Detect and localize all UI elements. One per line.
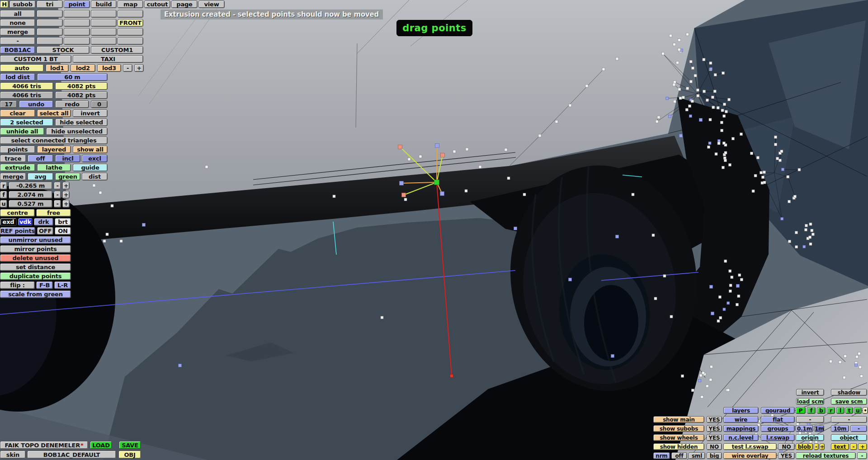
- undo-button[interactable]: undo: [19, 100, 53, 108]
- show-subobs[interactable]: show subobs: [653, 425, 704, 432]
- axis-r-plus[interactable]: +: [62, 182, 70, 190]
- layers-button[interactable]: layers: [723, 407, 759, 414]
- flip-label[interactable]: flip :: [0, 281, 35, 289]
- hide-unselected[interactable]: hide unselected: [46, 128, 108, 135]
- lod-plus[interactable]: +: [134, 64, 144, 72]
- lathe-button[interactable]: lathe: [37, 164, 71, 171]
- grid-0-1m[interactable]: 0.1m: [796, 425, 813, 432]
- delete-unused[interactable]: delete unused: [0, 254, 71, 262]
- shadow-toggle[interactable]: shadow: [831, 389, 867, 396]
- clear-button[interactable]: clear: [0, 109, 35, 117]
- axis-r-label[interactable]: r: [0, 182, 7, 190]
- lod-auto[interactable]: auto: [0, 64, 44, 72]
- nc-level[interactable]: n.c.level: [723, 434, 759, 441]
- axis-f-value[interactable]: 2.074 m: [9, 191, 52, 199]
- blob-button[interactable]: blob: [796, 443, 813, 450]
- axis-f-label[interactable]: f: [0, 191, 7, 199]
- dash-2[interactable]: -: [831, 416, 867, 423]
- unmirror-unused[interactable]: unmirror unused: [0, 236, 71, 244]
- select-all-row[interactable]: all: [0, 10, 35, 18]
- axis-u-plus[interactable]: +: [62, 200, 70, 208]
- axis-r-value[interactable]: -0.265 m: [9, 182, 52, 190]
- view-t[interactable]: t: [845, 407, 853, 414]
- tris-count-2[interactable]: 4066 tris: [0, 91, 53, 99]
- show-hidden-no[interactable]: NO: [707, 443, 722, 450]
- ref-off[interactable]: OFF: [37, 227, 53, 235]
- select-none-row[interactable]: none: [0, 19, 35, 27]
- model-custom1[interactable]: CUSTOM1: [91, 46, 143, 54]
- menu-tri[interactable]: tri: [37, 0, 63, 8]
- scale-from-green[interactable]: scale from green: [0, 290, 71, 298]
- lod1[interactable]: lod1: [46, 64, 69, 72]
- axis-u-value[interactable]: 0.527 m: [9, 200, 52, 208]
- lod-minus[interactable]: -: [123, 64, 132, 72]
- redo-count[interactable]: 0: [91, 100, 108, 108]
- show-wheels-yes[interactable]: YES: [707, 434, 722, 441]
- text-button[interactable]: text: [831, 443, 849, 450]
- extrude-button[interactable]: extrude: [0, 164, 35, 171]
- merge-dist[interactable]: dist: [82, 173, 108, 180]
- select-connected[interactable]: select connected triangles: [0, 137, 108, 144]
- view-u[interactable]: u: [854, 407, 862, 414]
- view-r[interactable]: r: [827, 407, 835, 414]
- hide-selected[interactable]: hide selected: [55, 119, 108, 126]
- points-mode[interactable]: points: [0, 146, 35, 153]
- view-f[interactable]: f: [807, 407, 816, 414]
- show-hidden[interactable]: show hidden: [653, 443, 704, 450]
- flat-button[interactable]: flat: [761, 416, 795, 423]
- trace-excl[interactable]: excl: [82, 155, 108, 162]
- merge-points[interactable]: merge: [0, 173, 26, 180]
- model-bob1ac[interactable]: BOB1AC: [0, 46, 35, 54]
- mappings-button[interactable]: mappings: [723, 425, 759, 432]
- free-button[interactable]: free: [36, 209, 71, 217]
- object-button[interactable]: object: [831, 434, 867, 441]
- drk-button[interactable]: drk: [34, 218, 53, 226]
- groups-button[interactable]: groups: [761, 425, 795, 432]
- view-p[interactable]: P: [796, 407, 806, 414]
- test-lr-swap[interactable]: test l.r.swap: [723, 443, 777, 450]
- axis-f-plus[interactable]: +: [62, 191, 70, 199]
- obj-button[interactable]: OBJ: [118, 451, 141, 459]
- dash-1[interactable]: -: [796, 416, 824, 423]
- show-main[interactable]: show main: [653, 416, 704, 423]
- vdk-button[interactable]: vdk: [18, 218, 33, 226]
- save-scm[interactable]: save scm: [831, 398, 867, 405]
- show-subobs-yes[interactable]: YES: [707, 425, 722, 432]
- menu-h[interactable]: H: [0, 0, 9, 8]
- reload-textures[interactable]: reload textures: [796, 452, 856, 459]
- reload-dash[interactable]: -: [857, 452, 867, 459]
- blob-minus[interactable]: -: [814, 443, 819, 450]
- merge-row[interactable]: merge: [0, 28, 35, 36]
- menu-point[interactable]: point: [64, 0, 90, 8]
- load-scm[interactable]: load scm: [796, 398, 824, 405]
- grid-1m[interactable]: 1m: [814, 425, 824, 432]
- show-all-mode[interactable]: show all: [73, 146, 108, 153]
- unhide-all[interactable]: unhide all: [0, 128, 44, 135]
- lr-swap[interactable]: l.r.swap: [761, 434, 795, 441]
- view-dot[interactable]: •: [863, 407, 868, 414]
- brt-button[interactable]: brt: [55, 218, 71, 226]
- wire-overlay[interactable]: wire overlay: [723, 452, 777, 459]
- skin-label[interactable]: skin: [0, 451, 26, 459]
- flip-fb[interactable]: F-B: [36, 281, 53, 289]
- menu-build[interactable]: build: [91, 0, 117, 8]
- exd-button[interactable]: exd: [0, 218, 17, 226]
- flip-lr[interactable]: L-R: [54, 281, 71, 289]
- select-all-button[interactable]: select all: [37, 109, 71, 117]
- lod3[interactable]: lod3: [97, 64, 121, 72]
- centre-button[interactable]: centre: [0, 209, 35, 217]
- trace-incl[interactable]: incl: [55, 155, 80, 162]
- blob-plus[interactable]: +: [820, 443, 825, 450]
- axis-u-minus[interactable]: -: [54, 200, 61, 208]
- pts-count-2[interactable]: 4082 pts: [55, 91, 108, 99]
- show-wheels[interactable]: show wheels: [653, 434, 704, 441]
- layered-mode[interactable]: layered: [37, 146, 71, 153]
- merge-avg[interactable]: avg: [28, 173, 53, 180]
- trace[interactable]: trace: [0, 155, 26, 162]
- merge-green[interactable]: green: [55, 173, 80, 180]
- load-button[interactable]: LOAD: [90, 441, 112, 449]
- menu-page[interactable]: page: [171, 0, 198, 8]
- menu-map[interactable]: map: [118, 0, 143, 8]
- trace-off[interactable]: off: [28, 155, 53, 162]
- ref-points[interactable]: REF points: [0, 227, 35, 235]
